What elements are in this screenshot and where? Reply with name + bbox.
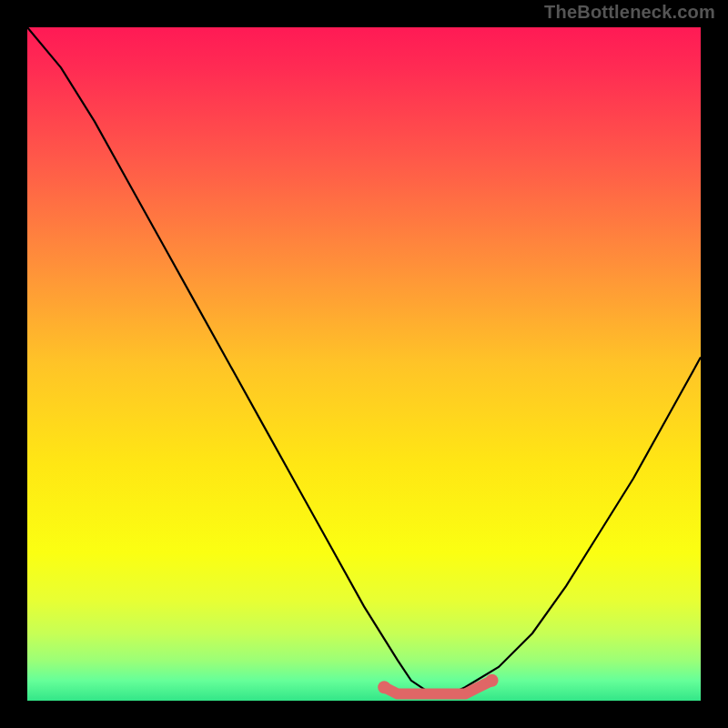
flat-marker-endcap xyxy=(486,674,499,687)
gradient-background xyxy=(27,27,701,701)
chart-container: TheBottleneck.com xyxy=(0,0,728,728)
plot-area xyxy=(27,27,701,701)
flat-marker-endcap xyxy=(378,681,390,693)
watermark-text: TheBottleneck.com xyxy=(544,2,715,23)
chart-svg xyxy=(27,27,701,701)
